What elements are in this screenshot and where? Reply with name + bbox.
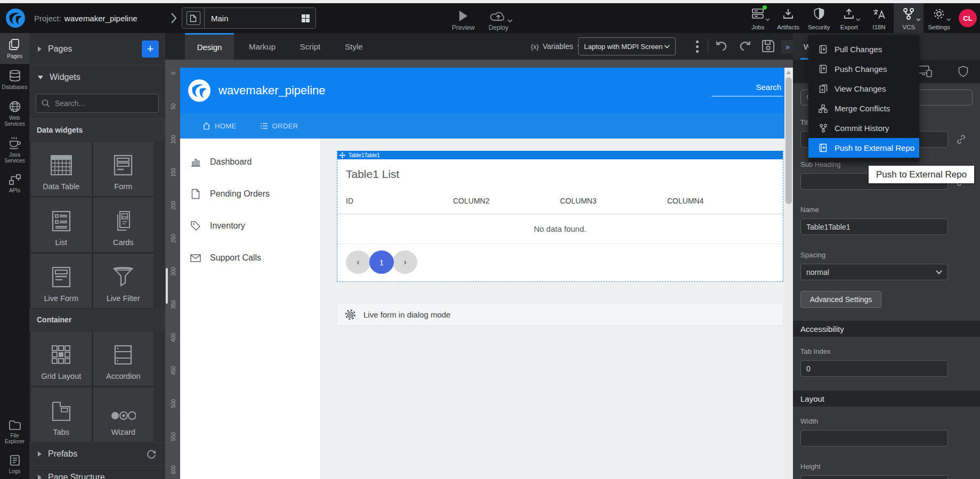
widget-search-box[interactable] xyxy=(36,94,159,113)
export-button[interactable]: Export xyxy=(834,3,864,33)
widget-card-form[interactable]: Form xyxy=(93,142,154,196)
widget-card-live-filter[interactable]: Live Filter xyxy=(93,254,154,308)
column-header[interactable]: COLUMN4 xyxy=(667,197,774,205)
widget-search-input[interactable] xyxy=(55,99,153,108)
scroll-up-arrow-icon[interactable] xyxy=(787,71,791,74)
widget-card-cards[interactable]: Cards xyxy=(93,198,154,252)
save-button[interactable] xyxy=(761,39,775,53)
column-header[interactable]: COLUMN3 xyxy=(560,197,667,205)
prev-page-button[interactable]: ‹ xyxy=(346,250,370,274)
refresh-prefabs-icon[interactable] xyxy=(146,449,157,459)
menu-item-commit-history[interactable]: Commit History xyxy=(808,118,919,138)
spacing-select[interactable]: normal xyxy=(800,264,948,280)
menu-item-push-changes[interactable]: Push Changes xyxy=(808,59,919,79)
widget-card-list[interactable]: List xyxy=(31,198,92,252)
tabs-icon xyxy=(51,401,72,421)
tab-design[interactable]: Design xyxy=(185,33,234,60)
app-logo-icon xyxy=(188,79,211,102)
nav-link-order[interactable]: ORDER xyxy=(260,122,298,130)
widget-card-wizard[interactable]: Wizard xyxy=(93,387,154,442)
app-search-link[interactable]: Search xyxy=(711,79,783,96)
deploy-button[interactable]: Deploy xyxy=(489,5,508,31)
app-header: wavemaker_pipeline Search xyxy=(180,68,784,113)
add-page-button[interactable]: + xyxy=(142,40,159,58)
name-input[interactable] xyxy=(800,218,948,235)
artifacts-button[interactable]: Artifacts xyxy=(773,3,804,33)
menu-item-dashboard[interactable]: Dashboard xyxy=(180,146,320,178)
pages-section-header[interactable]: Pages + xyxy=(29,33,165,65)
scrollbar-thumb[interactable] xyxy=(785,77,792,204)
collapsed-arrow-icon xyxy=(38,475,42,479)
menu-item-inventory[interactable]: Inventory xyxy=(180,210,320,242)
column-header[interactable]: COLUMN2 xyxy=(453,197,560,205)
i18n-button[interactable]: I18N xyxy=(864,3,894,33)
widget-card-tabs[interactable]: Tabs xyxy=(31,387,92,442)
live-form-dialog-widget[interactable]: Live form in dialog mode xyxy=(337,303,783,326)
security-button[interactable]: Security xyxy=(804,3,835,33)
page-structure-section-header[interactable]: Page Structure xyxy=(29,466,165,479)
prefabs-section-header[interactable]: Prefabs xyxy=(29,442,165,466)
widget-selection-tag[interactable]: Table1Table1 xyxy=(337,151,783,159)
jobs-button[interactable]: Jobs xyxy=(743,3,773,33)
page-grid-icon[interactable] xyxy=(301,14,310,23)
rail-item-logs[interactable]: Logs xyxy=(0,449,29,479)
widget-card-accordion[interactable]: Accordion xyxy=(93,331,154,386)
tab-style[interactable]: Style xyxy=(335,33,373,60)
table-empty-message: No data found. xyxy=(337,214,783,244)
tab-script[interactable]: Script xyxy=(289,33,331,60)
bind-link-icon[interactable] xyxy=(956,134,966,144)
advanced-settings-button[interactable]: Advanced Settings xyxy=(800,291,881,308)
more-options-button[interactable] xyxy=(690,39,704,54)
device-selector[interactable]: Laptop with MDPI Screen xyxy=(578,37,676,55)
ruler-mark: 350 xyxy=(171,298,176,312)
widget-card-grid-layout[interactable]: Grid Layout xyxy=(31,331,92,386)
menu-item-push-to-external-repo[interactable]: Push to External Repo xyxy=(808,138,919,158)
redo-button[interactable] xyxy=(739,39,752,52)
width-input[interactable] xyxy=(800,430,948,446)
open-page-tab-main[interactable]: Main xyxy=(182,7,316,29)
tag-icon xyxy=(190,221,201,231)
menu-item-pull-changes[interactable]: Pull Changes xyxy=(808,39,919,59)
live-form-icon xyxy=(51,266,72,288)
rail-item-pages[interactable]: Pages xyxy=(0,33,29,64)
rail-item-apis[interactable]: APIs xyxy=(0,168,29,198)
menu-item-support-calls[interactable]: Support Calls xyxy=(180,242,320,274)
page-file-button[interactable] xyxy=(182,8,205,28)
translate-icon xyxy=(872,7,885,20)
tab-index-input[interactable] xyxy=(800,360,948,377)
menu-item-pending-orders[interactable]: Pending Orders xyxy=(180,178,320,210)
preview-button[interactable]: Preview xyxy=(452,5,475,31)
tab-markup[interactable]: Markup xyxy=(238,33,287,60)
security-properties-icon[interactable] xyxy=(958,66,968,77)
widget-card-data-table[interactable]: Data Table xyxy=(31,142,92,196)
cards-icon xyxy=(112,210,134,232)
nav-link-home[interactable]: HOME xyxy=(203,122,237,130)
variables-button[interactable]: {x} Variables xyxy=(531,33,582,60)
menu-item-merge-conflicts[interactable]: Merge Conflicts xyxy=(808,99,919,118)
selected-table-widget[interactable]: Table1Table1 Table1 List ID COLUMN2 COLU… xyxy=(337,151,783,282)
rail-item-java-services[interactable]: Java Services xyxy=(0,132,29,168)
commit-history-icon xyxy=(819,124,828,133)
rail-item-web-services[interactable]: Web Services xyxy=(0,95,29,132)
column-header[interactable]: ID xyxy=(346,197,453,205)
rail-item-file-explorer[interactable]: File Explorer xyxy=(0,415,29,449)
deploy-cloud-icon xyxy=(490,9,506,22)
collapse-right-panel-button[interactable]: » xyxy=(781,40,794,54)
height-input[interactable] xyxy=(800,475,948,479)
widget-card-live-form[interactable]: Live Form xyxy=(31,254,92,308)
canvas-scrollbar[interactable] xyxy=(784,68,793,479)
current-page-button[interactable]: 1 xyxy=(369,250,394,274)
menu-item-view-changes[interactable]: View Changes xyxy=(808,79,919,99)
rail-item-databases[interactable]: Databases xyxy=(0,64,29,95)
user-avatar[interactable]: CL xyxy=(959,9,977,27)
device-properties-icon[interactable] xyxy=(918,66,933,77)
artifacts-download-icon xyxy=(782,7,794,20)
deploy-chevron-icon xyxy=(507,19,513,22)
widgets-section-header[interactable]: Widgets xyxy=(29,65,165,90)
undo-button[interactable] xyxy=(714,39,728,52)
settings-button[interactable]: Settings xyxy=(924,3,954,33)
left-panel-scrollbar[interactable] xyxy=(166,268,168,304)
next-page-button[interactable]: › xyxy=(393,250,417,274)
merge-conflicts-icon xyxy=(819,104,828,113)
vcs-button[interactable]: VCS xyxy=(894,3,924,33)
